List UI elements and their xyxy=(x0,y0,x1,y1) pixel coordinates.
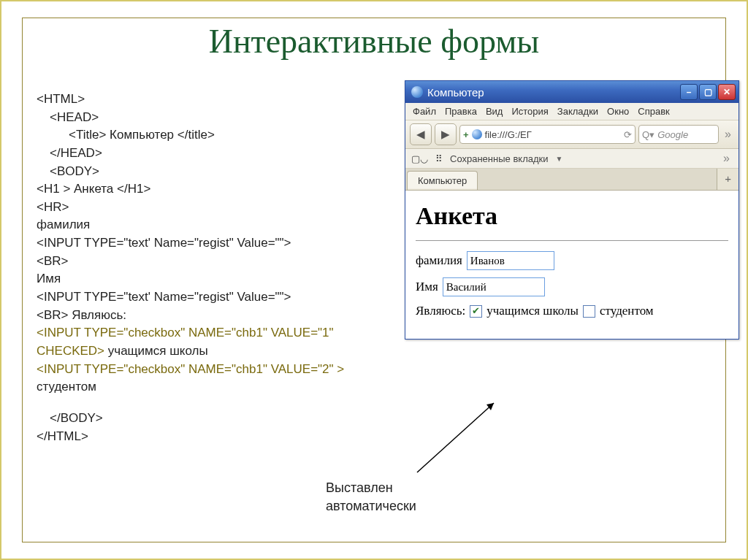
magnifier-icon: Q▾ xyxy=(642,129,654,140)
page-content: Анкета фамилия Имя Являюсь: ✔ учащимся ш… xyxy=(405,191,739,339)
menu-help[interactable]: Справк xyxy=(638,106,669,117)
grid-icon[interactable]: ⠿ xyxy=(435,153,443,164)
lastname-label: фамилия xyxy=(416,253,462,268)
window-titlebar: Компьютер – ▢ ✕ xyxy=(405,81,739,103)
slide-title: Интерактивные формы xyxy=(1,22,747,61)
divider xyxy=(416,240,728,241)
checkbox-student-school[interactable]: ✔ xyxy=(470,305,482,318)
menu-file[interactable]: Файл xyxy=(413,106,436,117)
menu-window[interactable]: Окно xyxy=(607,106,629,117)
firstname-label: Имя xyxy=(416,280,438,294)
url-text: file:///G:/ЕГ xyxy=(485,129,532,140)
saved-tabs-label[interactable]: Сохраненные вкладки xyxy=(450,153,548,164)
new-tab-button[interactable]: + xyxy=(717,169,739,190)
maximize-button[interactable]: ▢ xyxy=(699,84,717,100)
menu-edit[interactable]: Правка xyxy=(445,106,477,117)
search-placeholder: Google xyxy=(657,129,688,140)
menu-bookmarks[interactable]: Закладки xyxy=(557,106,598,117)
iam-label: Являюсь: xyxy=(416,304,465,318)
chevron-down-icon: ▼ xyxy=(555,155,562,163)
overflow-icon-2[interactable]: » xyxy=(720,152,733,165)
overflow-icon[interactable]: » xyxy=(722,128,734,141)
firstname-input[interactable] xyxy=(443,277,545,296)
reload-icon[interactable]: ⟳ xyxy=(624,129,632,140)
forward-button[interactable]: ▶ xyxy=(435,123,457,145)
checkbox2-label: студентом xyxy=(600,304,654,318)
window-title: Компьютер xyxy=(427,86,484,99)
checkbox-student-college[interactable] xyxy=(583,305,595,318)
book-icon[interactable]: ▢◡ xyxy=(411,153,428,164)
lastname-input[interactable] xyxy=(467,251,554,270)
nav-toolbar: ◀ ▶ + file:///G:/ЕГ ⟳ Q▾ Google » xyxy=(405,120,739,149)
favicon-icon xyxy=(411,86,423,98)
back-button[interactable]: ◀ xyxy=(410,123,432,145)
globe-icon xyxy=(472,129,482,139)
add-icon: + xyxy=(463,129,469,140)
callout-caption: Выставлен автоматически xyxy=(326,479,416,515)
browser-window: Компьютер – ▢ ✕ Файл Правка Вид История … xyxy=(405,80,739,340)
tab-computer[interactable]: Компьютер xyxy=(407,171,478,190)
bookmarks-bar: ▢◡ ⠿ Сохраненные вкладки ▼ » xyxy=(405,149,739,169)
page-heading: Анкета xyxy=(416,202,728,230)
menu-view[interactable]: Вид xyxy=(486,106,503,117)
menu-bar: Файл Правка Вид История Закладки Окно Сп… xyxy=(405,103,739,120)
checkbox1-label: учащимся школы xyxy=(486,304,579,318)
minimize-button[interactable]: – xyxy=(680,84,698,100)
address-bar[interactable]: + file:///G:/ЕГ ⟳ xyxy=(459,125,636,144)
code-listing: <HTML> <HEAD> <Title> Компьютер </title>… xyxy=(37,91,351,445)
close-button[interactable]: ✕ xyxy=(718,84,736,100)
tab-bar: Компьютер + xyxy=(405,169,739,191)
menu-history[interactable]: История xyxy=(511,106,548,117)
search-box[interactable]: Q▾ Google xyxy=(638,125,719,144)
